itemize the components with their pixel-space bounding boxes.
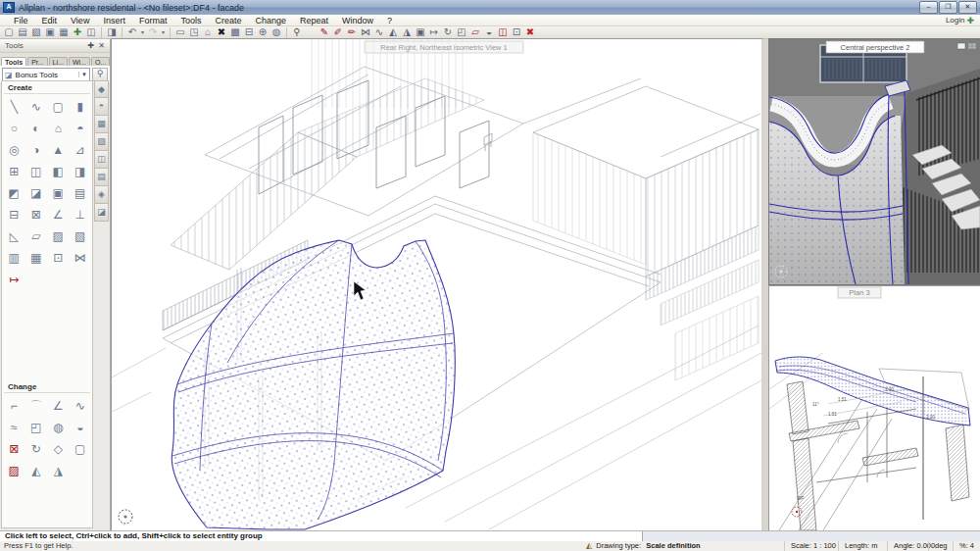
sheet-icon[interactable]: ◒	[482, 26, 496, 38]
change-round[interactable]: ◍	[47, 418, 70, 439]
stack-icon[interactable]: ◫	[496, 26, 510, 38]
navigation-compass-icon[interactable]	[119, 510, 132, 524]
zoom-icon[interactable]: ⚲	[290, 26, 304, 38]
change-chamfer[interactable]: ∠	[47, 396, 70, 418]
menu-edit[interactable]: Edit	[35, 15, 65, 26]
strip-shading-icon[interactable]: ◓	[94, 98, 109, 116]
tool-extrude-path[interactable]: ◫	[25, 162, 48, 183]
search-tools-icon[interactable]: ⚲	[92, 68, 108, 81]
tool-hemisphere[interactable]: ◐	[25, 119, 48, 140]
move-icon[interactable]: ↦	[427, 26, 441, 38]
status-angle-unit[interactable]: deg	[928, 541, 948, 551]
strip-pattern-icon[interactable]: ▧	[94, 133, 109, 151]
open-fileset-icon[interactable]: ▧	[29, 26, 43, 38]
change-scale[interactable]: ◇	[47, 439, 70, 461]
close-panel-icon[interactable]: ✕	[96, 41, 107, 50]
new-document-icon[interactable]: ▢	[2, 26, 16, 38]
menu-format[interactable]: Format	[132, 15, 174, 26]
viewport-icon[interactable]: ▭	[173, 26, 187, 38]
strip-table-icon[interactable]: ▤	[94, 169, 109, 186]
tool-cut[interactable]: ⊟	[3, 205, 25, 226]
tool-connector[interactable]: ⋈	[70, 248, 92, 270]
tool-roof-frame[interactable]: ⌂	[47, 119, 70, 140]
stylus-icon[interactable]: ✏	[345, 26, 359, 38]
tab-properties[interactable]: Pr...	[27, 57, 47, 66]
change-delete-face[interactable]: ⊠	[3, 439, 25, 461]
plan-canvas[interactable]: 1.51 2.00 3.00 1.51 11° WP Plan 3	[769, 286, 980, 530]
menu-file[interactable]: File	[7, 15, 35, 26]
modify-pen-icon[interactable]: ✎	[318, 26, 331, 38]
strip-tag-icon[interactable]: ◈	[94, 186, 109, 204]
close-button[interactable]: ✕	[958, 1, 977, 14]
tool-3d-box[interactable]: ▢	[47, 97, 70, 119]
status-length[interactable]: Length: m	[838, 541, 877, 551]
tab-wizards[interactable]: Wi...	[69, 57, 90, 66]
undo-caret-icon[interactable]: ▾	[139, 26, 146, 38]
change-modify-3d[interactable]: ◭	[25, 461, 48, 482]
copy-paste-icon[interactable]: ▣	[414, 26, 427, 38]
add-icon[interactable]: ✚	[71, 26, 84, 38]
tool-layers[interactable]: ▦	[25, 248, 48, 270]
delete-icon[interactable]: ✖	[215, 26, 228, 38]
menu-repeat[interactable]: Repeat	[293, 15, 335, 26]
login-button[interactable]: Login ✚	[946, 16, 980, 25]
strip-window-icon[interactable]: ◫	[94, 151, 109, 169]
menu-window[interactable]: Window	[335, 15, 380, 26]
pin-icon[interactable]: ✚	[86, 41, 97, 50]
tool-rails[interactable]: ▥	[3, 248, 25, 270]
tool-intersect[interactable]: ◩	[3, 183, 25, 205]
status-scale[interactable]: Scale: 1 : 100	[784, 541, 836, 551]
match-properties-icon[interactable]: ✐	[331, 26, 345, 38]
tool-cross-joint[interactable]: ⊡	[47, 248, 70, 270]
tool-3d-cylinder[interactable]: ▮	[70, 97, 92, 119]
status-percent[interactable]: %: 4	[953, 541, 974, 551]
tool-duplicate[interactable]: ▣	[47, 183, 70, 205]
change-polyline[interactable]: ∿	[70, 396, 92, 418]
corner-icon[interactable]: ◰	[455, 26, 468, 38]
tool-plane[interactable]: ▤	[70, 183, 92, 205]
menu-tools[interactable]: Tools	[173, 15, 208, 26]
comment-icon[interactable]: ◍	[270, 26, 283, 38]
change-modify-30[interactable]: ◮	[47, 461, 70, 482]
tab-tools[interactable]: Tools	[1, 57, 26, 66]
main-viewport[interactable]: Rear Right, Northeast Isometric View 1	[112, 39, 761, 530]
tab-library[interactable]: Li...	[49, 57, 68, 66]
tool-3d-line[interactable]: ╲	[3, 97, 25, 119]
redo-icon[interactable]: ↷	[146, 26, 160, 38]
save-icon[interactable]: ▦	[57, 26, 71, 38]
tool-surface[interactable]: ▱	[25, 226, 48, 248]
document-icon[interactable]: ⊡	[510, 26, 523, 38]
tool-group-dropdown[interactable]: ◪ Bonus Tools ▼	[2, 68, 90, 81]
mirror-copy-icon[interactable]: ◮	[400, 26, 414, 38]
perspective-canvas[interactable]: Central perspective 2	[769, 39, 980, 284]
strip-module-grid-icon[interactable]: ▦	[94, 116, 109, 133]
perspective-viewport[interactable]: Central perspective 2	[769, 39, 980, 284]
tool-3d-spline[interactable]: ∿	[25, 97, 48, 119]
spline-icon[interactable]: ∿	[372, 26, 386, 38]
status-drawing-type[interactable]: ◭ Drawing type: Scale definition	[586, 541, 701, 551]
tool-union[interactable]: ◧	[47, 162, 70, 183]
change-trim[interactable]: ⌐	[3, 396, 25, 418]
main-viewport-canvas[interactable]: Rear Right, Northeast Isometric View 1	[112, 39, 761, 530]
tool-sphere[interactable]: ○	[3, 119, 25, 140]
undo-icon[interactable]: ↶	[125, 26, 139, 38]
tool-join[interactable]: ◪	[25, 183, 48, 205]
redo-caret-icon[interactable]: ▾	[160, 26, 167, 38]
measure-icon[interactable]: ⋈	[359, 26, 372, 38]
change-fillet[interactable]: ⌒	[25, 396, 48, 418]
menu-create[interactable]: Create	[208, 15, 248, 26]
tool-snap[interactable]: ⊠	[25, 205, 48, 226]
window-copy-icon[interactable]: ◫	[84, 26, 98, 38]
tool-pyramid[interactable]: ▲	[47, 140, 70, 162]
menu-change[interactable]: Change	[248, 15, 293, 26]
minimize-button[interactable]: –	[919, 1, 938, 14]
change-solid[interactable]: ◰	[25, 418, 48, 439]
tool-ramp[interactable]: ◺	[3, 226, 25, 248]
change-twist[interactable]: ↻	[25, 439, 48, 461]
print-icon[interactable]: ⊟	[242, 26, 256, 38]
maximize-button[interactable]: ❐	[939, 1, 957, 14]
skew-icon[interactable]: ▱	[468, 26, 482, 38]
screen-icon[interactable]: ◨	[105, 26, 119, 38]
roof-view-icon[interactable]: ⌂	[201, 26, 215, 38]
tool-extrude[interactable]: ⊞	[3, 162, 25, 183]
